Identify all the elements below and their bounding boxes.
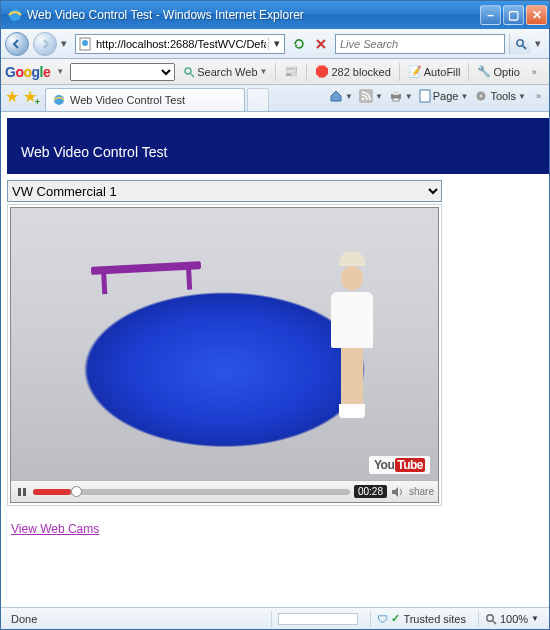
progress-indicator <box>278 613 358 625</box>
news-button[interactable]: 📰 <box>282 65 300 78</box>
zone-label: Trusted sites <box>403 613 466 625</box>
favorites-center-button[interactable]: ★ <box>5 87 19 106</box>
news-icon: 📰 <box>284 65 298 78</box>
status-text: Done <box>5 611 75 627</box>
maximize-button[interactable]: ▢ <box>503 5 524 25</box>
shield-icon: 🛡 <box>377 613 388 625</box>
progress-thumb[interactable] <box>71 486 82 497</box>
popup-blocker-button[interactable]: 🛑 282 blocked <box>313 65 392 78</box>
svg-rect-13 <box>420 90 430 102</box>
autofill-button[interactable]: 📝 AutoFill <box>406 65 463 78</box>
svg-point-0 <box>9 9 21 21</box>
feeds-button[interactable]: ▼ <box>359 89 383 103</box>
svg-point-7 <box>54 95 64 105</box>
tools-menu-button[interactable]: Tools ▼ <box>474 89 526 103</box>
progress-bar[interactable] <box>33 489 350 495</box>
zoom-control[interactable]: 100% ▼ <box>478 611 545 627</box>
search-go-button[interactable] <box>509 34 531 54</box>
google-search-field[interactable] <box>70 63 175 81</box>
rss-icon <box>359 89 373 103</box>
popup-icon: 🛑 <box>315 65 329 78</box>
tools-menu-label: Tools <box>490 90 516 102</box>
chevron-down-icon: ▼ <box>531 614 539 623</box>
active-tab[interactable]: Web Video Control Test <box>45 88 245 111</box>
search-box[interactable] <box>335 34 505 54</box>
page-header: Web Video Control Test <box>7 118 549 174</box>
overflow-chevron[interactable]: » <box>528 67 541 77</box>
address-bar[interactable]: ▾ <box>75 34 285 54</box>
separator <box>399 63 400 81</box>
gear-icon <box>474 89 488 103</box>
zoom-label: 100% <box>500 613 528 625</box>
options-button[interactable]: 🔧 Optio <box>475 65 521 78</box>
play-button[interactable] <box>15 485 29 499</box>
page-icon <box>419 89 431 103</box>
options-label: Optio <box>493 66 519 78</box>
share-button[interactable]: share <box>409 486 434 497</box>
google-menu-dropdown[interactable]: ▼ <box>56 67 64 76</box>
time-display: 00:28 <box>354 485 387 498</box>
command-overflow[interactable]: » <box>532 91 545 101</box>
search-provider-dropdown[interactable]: ▾ <box>535 37 545 50</box>
person-graphic <box>326 278 378 438</box>
youtube-watermark: YouTube <box>369 456 430 474</box>
volume-button[interactable] <box>391 486 405 498</box>
autofill-label: AutoFill <box>424 66 461 78</box>
back-button[interactable] <box>5 32 29 56</box>
page-menu-button[interactable]: Page ▼ <box>419 89 469 103</box>
navigation-bar: ▾ ▾ ▾ <box>1 29 549 59</box>
address-dropdown[interactable]: ▾ <box>268 37 284 50</box>
options-icon: 🔧 <box>477 65 491 78</box>
print-button[interactable]: ▼ <box>389 89 413 103</box>
svg-rect-11 <box>393 91 399 95</box>
content-viewport[interactable]: Web Video Control Test VW Commercial 1 Y… <box>1 112 549 596</box>
blocked-count-label: 282 blocked <box>331 66 390 78</box>
search-web-label: Search Web <box>197 66 257 78</box>
command-bar: ▼ ▼ ▼ Page ▼ Tools ▼ » <box>329 85 545 111</box>
svg-rect-12 <box>393 98 399 101</box>
svg-point-3 <box>516 39 522 45</box>
player-controls: 00:28 share <box>11 480 438 502</box>
tab-label: Web Video Control Test <box>70 94 185 106</box>
svg-line-4 <box>523 46 526 49</box>
page-menu-label: Page <box>433 90 459 102</box>
minimize-button[interactable]: – <box>480 5 501 25</box>
google-logo: Google <box>5 64 50 80</box>
video-player-frame: YouTube 00:28 sh <box>7 204 442 506</box>
search-icon <box>183 66 195 78</box>
separator <box>306 63 307 81</box>
video-player[interactable]: YouTube 00:28 sh <box>10 207 439 503</box>
status-progress <box>271 611 364 627</box>
progress-loaded <box>33 489 71 495</box>
svg-line-6 <box>191 74 194 77</box>
separator <box>468 63 469 81</box>
home-button[interactable]: ▼ <box>329 89 353 103</box>
search-web-button[interactable]: Search Web ▼ <box>181 66 269 78</box>
tab-page-icon <box>52 93 66 107</box>
security-zone[interactable]: 🛡 ✓ Trusted sites <box>370 611 472 627</box>
svg-point-2 <box>82 40 88 46</box>
page-title: Web Video Control Test <box>21 144 167 160</box>
add-favorites-button[interactable]: ★ <box>23 87 37 106</box>
close-button[interactable]: ✕ <box>526 5 547 25</box>
video-select-dropdown[interactable]: VW Commercial 1 <box>7 180 442 202</box>
check-icon: ✓ <box>391 612 400 625</box>
separator <box>275 63 276 81</box>
stop-button[interactable] <box>311 34 331 54</box>
svg-line-19 <box>493 621 496 624</box>
ie-logo-icon <box>7 7 23 23</box>
forward-button[interactable] <box>33 32 57 56</box>
url-input[interactable] <box>94 38 268 50</box>
nav-history-dropdown[interactable]: ▾ <box>61 37 71 50</box>
window-title: Web Video Control Test - Windows Interne… <box>27 8 478 22</box>
refresh-button[interactable] <box>289 34 309 54</box>
svg-rect-17 <box>23 488 26 496</box>
home-icon <box>329 89 343 103</box>
new-tab-button[interactable] <box>247 88 269 111</box>
view-webcams-link[interactable]: View Web Cams <box>11 522 99 536</box>
search-input[interactable] <box>336 38 504 50</box>
svg-point-9 <box>362 98 365 101</box>
zoom-icon <box>485 613 497 625</box>
print-icon <box>389 89 403 103</box>
window-titlebar: Web Video Control Test - Windows Interne… <box>1 1 549 29</box>
